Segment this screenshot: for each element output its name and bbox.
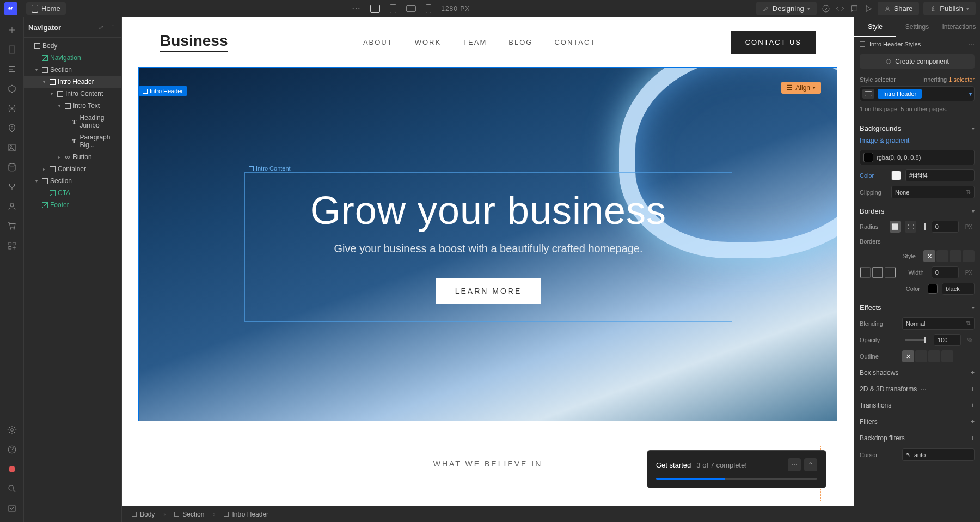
mode-dropdown[interactable]: Designing ▾	[756, 2, 817, 15]
class-selector[interactable]: Intro Header ▾	[860, 86, 975, 101]
tree-row[interactable]: Body	[24, 40, 121, 52]
navigator-icon[interactable]	[4, 61, 20, 77]
variables-icon[interactable]	[4, 100, 20, 117]
toast-more-icon[interactable]: ⋯	[788, 458, 801, 471]
comments-icon[interactable]	[849, 4, 859, 14]
tree-row[interactable]: ▾Intro Text	[24, 100, 121, 112]
apps-icon[interactable]	[4, 238, 20, 254]
breakpoint-phone-icon[interactable]	[426, 4, 431, 13]
tree-row[interactable]: CTA	[24, 187, 121, 199]
close-panel-icon[interactable]: ⋮	[108, 23, 117, 32]
clipping-select[interactable]: None⇅	[891, 186, 975, 198]
inheriting-text[interactable]: Inheriting 1 selector	[922, 76, 975, 83]
canvas-width[interactable]: 1280 PX	[441, 5, 470, 13]
assets-icon[interactable]	[4, 139, 20, 156]
border-solid-icon[interactable]: —	[936, 250, 948, 262]
users-icon[interactable]	[4, 198, 20, 215]
preview-heading[interactable]: Grow your business	[256, 188, 721, 233]
styles-breadcrumb-row[interactable]: Intro Header Styles ⋯	[854, 37, 980, 51]
background-value[interactable]: rgba(0, 0, 0, 0.8)	[860, 150, 975, 165]
rp-tab-settings[interactable]: Settings	[896, 17, 938, 37]
audit-panel-icon[interactable]	[4, 500, 20, 517]
preview-hero-section[interactable]: Intro Content Grow your business Give yo…	[138, 67, 837, 421]
tree-toggle-icon[interactable]: ▸	[41, 167, 47, 172]
color-field[interactable]: #f4f4f4	[905, 169, 975, 181]
preview-nav-link[interactable]: WORK	[415, 38, 441, 46]
breadcrumb-item[interactable]: Section	[170, 509, 209, 520]
tree-toggle-icon[interactable]: ▾	[57, 104, 62, 108]
tree-row[interactable]: ▾Section	[24, 64, 121, 76]
share-button[interactable]: Share	[878, 2, 920, 15]
backdrop-row[interactable]: Backdrop filters+	[854, 430, 980, 446]
add-element-icon[interactable]	[4, 22, 20, 38]
breakpoint-tablet-icon[interactable]	[390, 4, 396, 13]
styles-icon[interactable]	[4, 120, 20, 136]
border-side-picker[interactable]	[860, 267, 896, 278]
tree-row[interactable]: ▸∞Button	[24, 151, 121, 163]
breakpoint-icon[interactable]	[862, 89, 874, 99]
tree-row[interactable]: ▾Intro Content	[24, 88, 121, 100]
tree-row[interactable]: ▸Container	[24, 163, 121, 175]
border-right-icon[interactable]	[885, 267, 896, 278]
rp-tab-interactions[interactable]: Interactions	[938, 17, 980, 37]
quick-align-button[interactable]: ☰ Align ▾	[781, 82, 821, 94]
cms-icon[interactable]	[4, 159, 20, 175]
transitions-row[interactable]: Transitions+	[854, 397, 980, 414]
selection-label-outer[interactable]: Intro Header	[138, 86, 187, 96]
page-selector[interactable]: Home	[26, 2, 66, 15]
box-shadows-row[interactable]: Box shadows+	[854, 365, 980, 381]
canvas[interactable]: Business ABOUTWORKTEAMBLOGCONTACT CONTAC…	[122, 17, 854, 522]
border-all-icon[interactable]	[872, 267, 883, 278]
rp-tab-style[interactable]: Style	[854, 17, 896, 37]
preview-contact-button[interactable]: CONTACT US	[731, 31, 816, 54]
border-dashed-icon[interactable]: --	[950, 250, 961, 262]
radius-uniform-icon[interactable]: ⬜	[890, 221, 901, 233]
border-none-icon[interactable]: ✕	[923, 250, 935, 262]
breakpoint-phone-landscape-icon[interactable]	[406, 5, 416, 12]
outline-dashed-icon[interactable]: --	[928, 350, 940, 362]
transforms-row[interactable]: 2D & 3D transforms⋯+	[854, 381, 980, 397]
tree-row[interactable]: TParagraph Big...	[24, 131, 121, 151]
radius-value[interactable]: 0	[932, 221, 959, 233]
color-swatch[interactable]	[891, 171, 901, 180]
opacity-value[interactable]: 100	[934, 334, 961, 346]
tree-toggle-icon[interactable]: ▸	[57, 155, 62, 160]
outline-none-icon[interactable]: ✕	[902, 350, 914, 362]
borders-section-header[interactable]: Borders▾	[854, 201, 980, 218]
tree-toggle-icon[interactable]: ▾	[41, 80, 47, 84]
video-icon[interactable]	[4, 461, 20, 477]
search-icon[interactable]	[4, 481, 20, 497]
radius-individual-icon[interactable]: ⛶	[905, 221, 916, 233]
opacity-slider[interactable]	[905, 339, 926, 341]
code-icon[interactable]	[835, 4, 845, 14]
preview-nav-link[interactable]: CONTACT	[554, 38, 596, 46]
image-gradient-link[interactable]: Image & gradient	[854, 136, 980, 148]
selector-chip[interactable]: Intro Header	[878, 89, 922, 99]
unpin-icon[interactable]: ⤢	[96, 23, 105, 32]
components-icon[interactable]	[4, 81, 20, 97]
tree-toggle-icon[interactable]: ▾	[49, 92, 54, 96]
tree-toggle-icon[interactable]: ▾	[34, 68, 39, 72]
audit-icon[interactable]	[821, 4, 831, 14]
create-component-button[interactable]: Create component	[860, 54, 975, 69]
blending-select[interactable]: Normal⇅	[902, 317, 975, 330]
backgrounds-section-header[interactable]: Backgrounds▾	[854, 118, 980, 136]
breadcrumb-item[interactable]: Body	[127, 509, 159, 520]
filters-row[interactable]: Filters+	[854, 414, 980, 430]
chevron-down-icon[interactable]: ▾	[969, 91, 972, 97]
selection-label-inner[interactable]: Intro Content	[244, 163, 295, 173]
preview-intro-content[interactable]: Grow your business Give your business a …	[244, 172, 732, 322]
outline-solid-icon[interactable]: —	[915, 350, 927, 362]
border-color-value[interactable]: black	[942, 283, 975, 295]
tree-row[interactable]: Navigation	[24, 52, 121, 64]
border-dotted-icon[interactable]: ⋯	[963, 250, 975, 262]
preview-learn-more-button[interactable]: LEARN MORE	[436, 278, 542, 304]
tree-toggle-icon[interactable]: ▾	[34, 179, 39, 184]
toast-collapse-icon[interactable]: ⌃	[804, 458, 817, 471]
webflow-logo-icon[interactable]	[4, 2, 17, 15]
cursor-select[interactable]: ↖ auto	[902, 448, 975, 461]
tree-row[interactable]: ▾Section	[24, 175, 121, 187]
breakpoint-desktop-icon[interactable]	[370, 5, 380, 13]
help-icon[interactable]	[4, 441, 20, 458]
logic-icon[interactable]	[4, 179, 20, 195]
